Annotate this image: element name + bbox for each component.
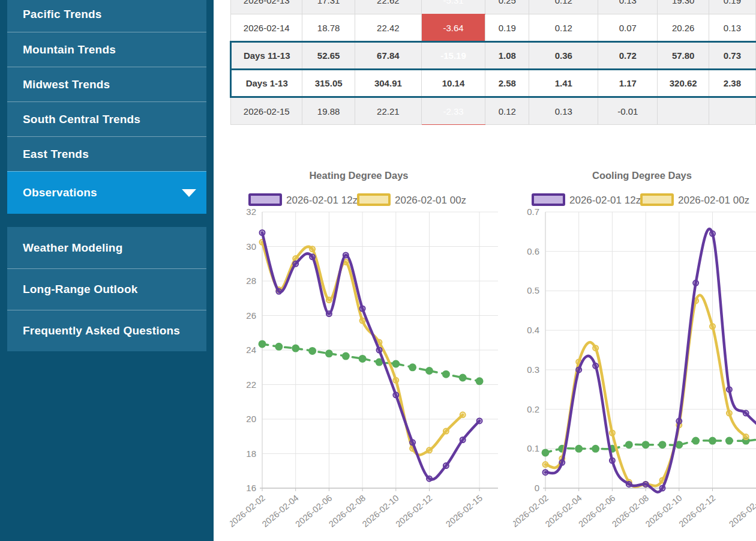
value-cell: 0.36 (529, 42, 598, 70)
value-cell: 22.62 (355, 0, 421, 14)
data-point-climatology (359, 355, 366, 362)
sidebar-item-mountain-trends[interactable]: Mountain Trends (7, 32, 206, 67)
data-point-2026-02-01-12z (460, 437, 466, 443)
value-cell (658, 97, 709, 125)
data-point-climatology (426, 367, 433, 374)
data-point-2026-02-01-12z (310, 254, 315, 259)
data-point-climatology (643, 441, 649, 448)
sidebar-item-label: Midwest Trends (23, 78, 110, 91)
value-cell: 0.12 (529, 14, 598, 42)
data-point-2026-02-01-12z (260, 230, 265, 235)
data-point-2026-02-01-00z (460, 412, 466, 417)
data-point-2026-02-01-00z (393, 378, 398, 383)
value-cell: 1.08 (485, 42, 529, 70)
data-point-2026-02-01-00z (360, 318, 365, 324)
y-tick-label: 0.2 (527, 404, 539, 414)
data-point-2026-02-01-00z (543, 462, 548, 467)
data-point-climatology (592, 446, 599, 452)
y-tick-label: 16 (246, 483, 256, 493)
x-tick-label: 2026-02-12 (677, 493, 717, 529)
heating-degree-days-svg: 3230282624222018162026-02-022026-02-0420… (230, 167, 506, 541)
table-row-2026-02-13: 2026-02-1317.3122.62-5.310.250.120.1319.… (231, 0, 756, 14)
y-tick-label: 30 (246, 241, 256, 252)
data-point-2026-02-01-12z (743, 411, 749, 416)
data-point-2026-02-01-12z (293, 261, 298, 267)
value-cell: 0.19 (485, 14, 529, 42)
value-cell: 17.31 (302, 0, 355, 14)
value-cell: 57.80 (658, 42, 709, 70)
value-cell: 1.41 (529, 70, 598, 97)
value-cell: -2.33 (421, 97, 485, 125)
data-point-2026-02-01-00z (610, 431, 615, 436)
series-line-2026-02-01-12z (262, 233, 479, 480)
legend-swatch-2026-02-01-00z (641, 195, 673, 205)
chart-title: Heating Degree Days (309, 170, 408, 181)
sidebar-item-pacific-trends[interactable]: Pacific Trends (7, 0, 206, 32)
data-point-2026-02-01-12z (543, 470, 548, 475)
value-cell: -0.01 (598, 97, 658, 125)
data-point-2026-02-01-12z (326, 311, 332, 316)
sidebar-item-south-central-trends[interactable]: South Central Trends (7, 101, 206, 136)
value-cell: 10.14 (421, 70, 485, 97)
data-point-2026-02-01-12z (427, 476, 432, 482)
data-point-climatology (659, 441, 666, 448)
value-cell: 0.13 (598, 0, 658, 14)
sidebar-item-long-range-outlook[interactable]: Long-Range Outlook (7, 268, 206, 310)
y-tick-label: 0.5 (527, 285, 539, 295)
table-row-2026-02-14: 2026-02-1418.7822.42-3.640.190.120.0720.… (231, 14, 756, 42)
data-point-2026-02-01-12z (477, 418, 482, 423)
sidebar-item-east-trends[interactable]: East Trends (7, 136, 206, 171)
row-label-cell: 2026-02-14 (231, 14, 302, 42)
data-point-climatology (692, 438, 699, 444)
y-tick-label: 18 (246, 449, 256, 459)
sidebar-item-label: Pacific Trends (23, 8, 102, 21)
value-cell: 2.38 (709, 70, 755, 97)
sidebar-item-observations[interactable]: Observations (7, 171, 206, 214)
value-cell: 0.72 (598, 42, 658, 70)
sidebar-group-main: Pacific TrendsMountain TrendsMidwest Tre… (7, 0, 206, 214)
sidebar-item-midwest-trends[interactable]: Midwest Trends (7, 67, 206, 101)
value-cell: 0.73 (709, 42, 755, 70)
value-cell: -3.64 (421, 14, 485, 42)
data-point-climatology (542, 449, 549, 456)
value-cell: 0.19 (709, 0, 755, 14)
y-tick-label: 24 (246, 345, 256, 355)
value-cell: 0.13 (709, 14, 755, 42)
value-cell: 22.21 (355, 97, 421, 125)
data-point-climatology (275, 343, 282, 350)
data-point-2026-02-01-12z (393, 392, 398, 397)
y-tick-label: 26 (246, 310, 256, 321)
page: Pacific TrendsMountain TrendsMidwest Tre… (0, 0, 756, 541)
value-cell: 1.17 (598, 70, 658, 97)
sidebar-item-label: Frequently Asked Questions (23, 324, 180, 337)
data-point-climatology (392, 361, 399, 367)
data-point-2026-02-01-12z (276, 289, 281, 294)
legend-swatch-2026-02-01-00z (358, 195, 389, 205)
value-cell: 0.25 (485, 0, 529, 14)
data-point-climatology (443, 371, 449, 378)
data-point-2026-02-01-00z (727, 411, 732, 416)
sidebar-item-frequently-asked-questions[interactable]: Frequently Asked Questions (7, 310, 206, 351)
sidebar-item-label: Mountain Trends (23, 43, 116, 56)
data-point-climatology (309, 348, 316, 354)
legend-label: 2026-02-01 00z (678, 195, 749, 206)
y-tick-label: 0.3 (527, 364, 539, 375)
data-point-climatology (575, 446, 582, 452)
data-point-2026-02-01-12z (660, 486, 665, 491)
y-tick-label: 0 (535, 483, 539, 493)
legend-label: 2026-02-01 00z (395, 195, 466, 206)
x-tick-label: 2026-02-08 (327, 493, 367, 529)
data-point-2026-02-01-12z (377, 348, 382, 353)
value-cell: 19.88 (302, 97, 355, 125)
x-tick-label: 2026-02-08 (610, 493, 650, 529)
data-point-2026-02-01-12z (693, 280, 698, 286)
sidebar-item-weather-modeling[interactable]: Weather Modeling (7, 227, 206, 268)
data-point-climatology (476, 378, 483, 384)
legend-label: 2026-02-01 12z (286, 195, 358, 206)
value-cell: 22.42 (355, 14, 421, 42)
data-point-climatology (726, 438, 733, 444)
sidebar-group-secondary: Weather ModelingLong-Range OutlookFreque… (7, 227, 206, 351)
data-point-2026-02-01-12z (343, 252, 349, 258)
data-point-2026-02-01-12z (410, 440, 415, 445)
value-cell: 2.58 (485, 70, 529, 97)
